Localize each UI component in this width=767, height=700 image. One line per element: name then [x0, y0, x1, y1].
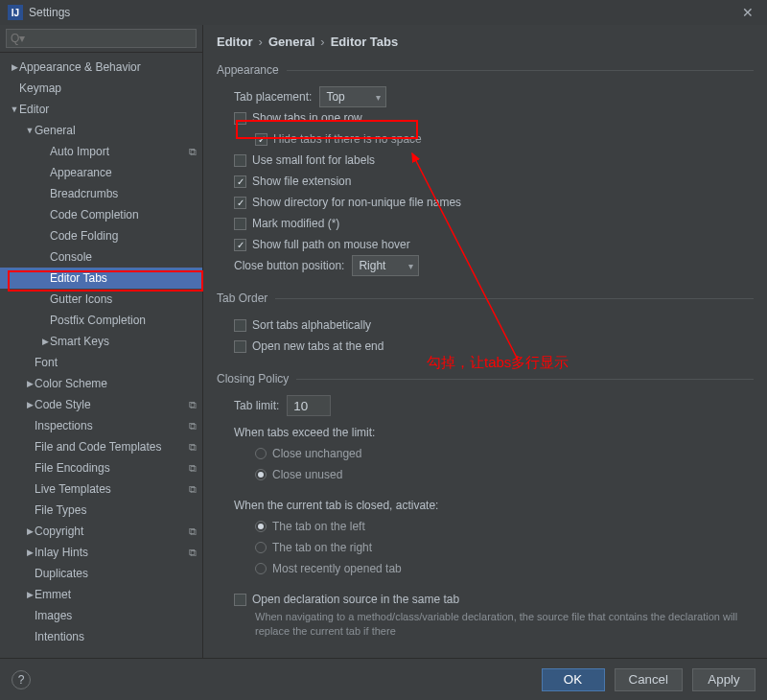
tree-arrow-icon: ▶	[25, 400, 35, 409]
tab-placement-select[interactable]: Top	[319, 86, 386, 107]
tree-item[interactable]: Inspections⧉	[0, 415, 202, 436]
ok-button[interactable]: OK	[542, 668, 605, 691]
tree-item[interactable]: ▶Emmet	[0, 584, 202, 605]
tree-item[interactable]: Gutter Icons	[0, 289, 202, 310]
apply-button[interactable]: Apply	[692, 668, 755, 691]
tree-item-label: Emmet	[35, 588, 197, 601]
show-file-ext-checkbox[interactable]: Show file extension	[234, 175, 351, 188]
tree-item[interactable]: Code Folding	[0, 225, 202, 246]
tab-limit-input[interactable]	[287, 395, 331, 416]
tab-right-radio[interactable]: The tab on the right	[255, 541, 372, 554]
tree-item-label: Smart Keys	[50, 335, 197, 348]
tree-item[interactable]: ▼General	[0, 120, 202, 141]
open-decl-checkbox[interactable]: Open declaration source in the same tab	[234, 593, 459, 606]
tree-item[interactable]: ▶Inlay Hints⧉	[0, 542, 202, 563]
tree-item-label: Breadcrumbs	[50, 187, 197, 200]
tree-item[interactable]: File and Code Templates⧉	[0, 436, 202, 457]
tree-item[interactable]: Images	[0, 605, 202, 626]
settings-sidebar: ▶Appearance & BehaviorKeymap▼Editor▼Gene…	[0, 25, 203, 658]
cancel-button[interactable]: Cancel	[615, 668, 684, 691]
tree-item-label: Font	[35, 356, 197, 369]
tree-item-label: Editor	[19, 103, 197, 116]
tree-item[interactable]: Editor Tabs	[0, 268, 202, 289]
tree-item[interactable]: Code Completion	[0, 204, 202, 225]
tree-item-label: Gutter Icons	[50, 292, 197, 306]
tab-recent-radio[interactable]: Most recently opened tab	[255, 562, 402, 575]
tree-item[interactable]: Console	[0, 246, 202, 268]
override-icon: ⧉	[189, 420, 197, 432]
tree-item-label: Appearance & Behavior	[19, 60, 197, 74]
settings-main: Editor › General › Editor Tabs Appearanc…	[203, 25, 767, 658]
tree-item[interactable]: ▶Appearance & Behavior	[0, 57, 202, 78]
close-unchanged-radio[interactable]: Close unchanged	[255, 447, 361, 460]
tree-item-label: Code Completion	[50, 208, 197, 222]
tree-item-label: File and Code Templates	[35, 440, 185, 454]
section-tab-order-title: Tab Order	[217, 290, 754, 307]
tab-left-radio[interactable]: The tab on the left	[255, 520, 365, 533]
show-full-path-checkbox[interactable]: Show full path on mouse hover	[234, 238, 410, 251]
tree-item-label: Live Templates	[35, 482, 185, 496]
section-closing-title: Closing Policy	[217, 370, 754, 387]
tree-item-label: Code Style	[35, 398, 185, 411]
breadcrumb-general[interactable]: General	[268, 35, 314, 49]
dialog-footer: ? OK Cancel Apply	[0, 658, 767, 700]
tree-arrow-icon: ▼	[10, 105, 19, 114]
tree-item[interactable]: Keymap	[0, 78, 202, 99]
tree-item[interactable]: Intentions	[0, 626, 202, 647]
section-appearance-title: Appearance	[217, 61, 754, 79]
tree-arrow-icon: ▼	[25, 126, 35, 135]
open-end-checkbox[interactable]: Open new tabs at the end	[234, 339, 384, 353]
tree-item[interactable]: Breadcrumbs	[0, 183, 202, 204]
hide-tabs-no-space-checkbox[interactable]: Hide tabs if there is no space	[255, 132, 422, 146]
close-unused-radio[interactable]: Close unused	[255, 468, 342, 481]
tree-arrow-icon: ▶	[25, 548, 35, 557]
tree-item[interactable]: Appearance	[0, 162, 202, 183]
settings-content: Appearance Tab placement: Top Show tabs …	[203, 58, 767, 658]
tree-item-label: Code Folding	[50, 229, 197, 243]
tree-item-label: Postfix Completion	[50, 314, 197, 327]
tree-item-label: Images	[35, 609, 197, 622]
tree-item[interactable]: File Types	[0, 500, 202, 521]
tree-item[interactable]: ▼Editor	[0, 99, 202, 120]
close-icon[interactable]: ✕	[736, 3, 759, 22]
tree-arrow-icon: ▶	[25, 526, 35, 536]
settings-tree[interactable]: ▶Appearance & BehaviorKeymap▼Editor▼Gene…	[0, 53, 202, 658]
tree-item-label: Keymap	[19, 82, 197, 95]
tree-item-label: Duplicates	[35, 567, 197, 580]
close-button-pos-select[interactable]: Right	[352, 255, 419, 276]
breadcrumb-editor[interactable]: Editor	[217, 35, 253, 49]
chevron-right-icon: ›	[320, 35, 324, 49]
breadcrumb: Editor › General › Editor Tabs	[203, 25, 767, 58]
override-icon: ⧉	[189, 441, 197, 454]
sort-alpha-checkbox[interactable]: Sort tabs alphabetically	[234, 318, 371, 332]
tree-item[interactable]: Font	[0, 352, 202, 373]
tree-item[interactable]: ▶Code Style⧉	[0, 394, 202, 415]
tree-item[interactable]: Postfix Completion	[0, 310, 202, 331]
search-input[interactable]	[6, 29, 197, 48]
override-icon: ⧉	[189, 399, 197, 411]
tree-item[interactable]: Duplicates	[0, 563, 202, 584]
app-icon: IJ	[8, 5, 23, 20]
show-tabs-one-row-checkbox[interactable]: Show tabs in one row	[234, 111, 362, 125]
tree-item-label: File Types	[35, 503, 197, 517]
mark-modified-checkbox[interactable]: Mark modified (*)	[234, 217, 339, 230]
tree-item-label: Auto Import	[50, 145, 185, 158]
tree-item[interactable]: ▶Color Scheme	[0, 373, 202, 394]
breadcrumb-editor-tabs: Editor Tabs	[331, 35, 399, 49]
tree-item[interactable]: ▶Smart Keys	[0, 331, 202, 352]
show-dir-checkbox[interactable]: Show directory for non-unique file names	[234, 196, 461, 209]
override-icon: ⧉	[189, 547, 197, 559]
tree-item[interactable]: File Encodings⧉	[0, 457, 202, 478]
tree-item[interactable]: Auto Import⧉	[0, 141, 202, 162]
small-font-checkbox[interactable]: Use small font for labels	[234, 153, 375, 167]
tree-item-label: General	[35, 124, 197, 137]
override-icon: ⧉	[189, 146, 197, 158]
tree-item[interactable]: Live Templates⧉	[0, 478, 202, 500]
tree-item[interactable]: ▶Copyright⧉	[0, 521, 202, 542]
tree-arrow-icon: ▶	[40, 337, 50, 346]
tree-item-label: Editor Tabs	[50, 271, 197, 285]
override-icon: ⧉	[189, 462, 197, 475]
open-decl-hint: When navigating to a method/class/variab…	[255, 610, 754, 639]
chevron-right-icon: ›	[259, 35, 263, 49]
help-button[interactable]: ?	[12, 670, 31, 689]
